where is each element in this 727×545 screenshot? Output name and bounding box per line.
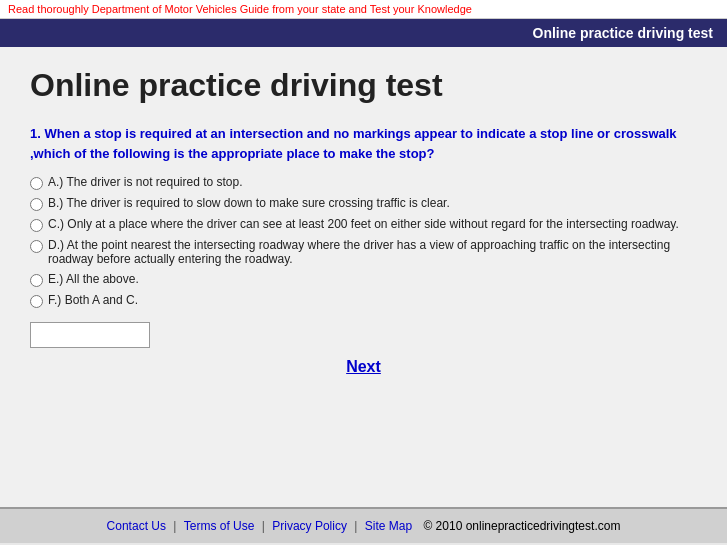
separator-1: |	[173, 519, 179, 533]
top-banner-link[interactable]: Read thoroughly Department of Motor Vehi…	[8, 3, 472, 15]
answer-option-d: D.) At the point nearest the intersectin…	[30, 238, 697, 266]
answer-label-e: E.) All the above.	[48, 272, 139, 286]
answer-option-c: C.) Only at a place where the driver can…	[30, 217, 697, 232]
header-bar: Online practice driving test	[0, 19, 727, 47]
radio-option-f[interactable]	[30, 295, 43, 308]
copyright-text: © 2010 onlinepracticedrivingtest.com	[423, 519, 620, 533]
answer-label-b: B.) The driver is required to slow down …	[48, 196, 450, 210]
next-button[interactable]: Next	[346, 358, 381, 375]
question-number: 1.	[30, 126, 41, 141]
answer-label-d: D.) At the point nearest the intersectin…	[48, 238, 697, 266]
answer-option-b: B.) The driver is required to slow down …	[30, 196, 697, 211]
radio-option-a[interactable]	[30, 177, 43, 190]
answer-label-a: A.) The driver is not required to stop.	[48, 175, 243, 189]
main-content: Online practice driving test 1. When a s…	[0, 47, 727, 507]
answer-options: A.) The driver is not required to stop.B…	[30, 175, 697, 308]
answer-label-c: C.) Only at a place where the driver can…	[48, 217, 679, 231]
footer: Contact Us | Terms of Use | Privacy Poli…	[0, 507, 727, 543]
separator-2: |	[262, 519, 268, 533]
radio-option-c[interactable]	[30, 219, 43, 232]
question-block: 1. When a stop is required at an interse…	[30, 124, 697, 308]
answer-input-box[interactable]	[30, 322, 150, 348]
question-text: 1. When a stop is required at an interse…	[30, 124, 697, 163]
radio-option-d[interactable]	[30, 240, 43, 253]
answer-label-f: F.) Both A and C.	[48, 293, 138, 307]
radio-option-e[interactable]	[30, 274, 43, 287]
page-title: Online practice driving test	[30, 67, 697, 104]
separator-3: |	[354, 519, 360, 533]
header-title: Online practice driving test	[533, 25, 714, 41]
next-link-container: Next	[30, 358, 697, 376]
question-body: When a stop is required at an intersecti…	[30, 126, 677, 161]
answer-option-f: F.) Both A and C.	[30, 293, 697, 308]
radio-option-b[interactable]	[30, 198, 43, 211]
site-map-link[interactable]: Site Map	[365, 519, 412, 533]
contact-us-link[interactable]: Contact Us	[107, 519, 166, 533]
answer-option-e: E.) All the above.	[30, 272, 697, 287]
top-banner: Read thoroughly Department of Motor Vehi…	[0, 0, 727, 19]
terms-of-use-link[interactable]: Terms of Use	[184, 519, 255, 533]
privacy-policy-link[interactable]: Privacy Policy	[272, 519, 347, 533]
answer-option-a: A.) The driver is not required to stop.	[30, 175, 697, 190]
